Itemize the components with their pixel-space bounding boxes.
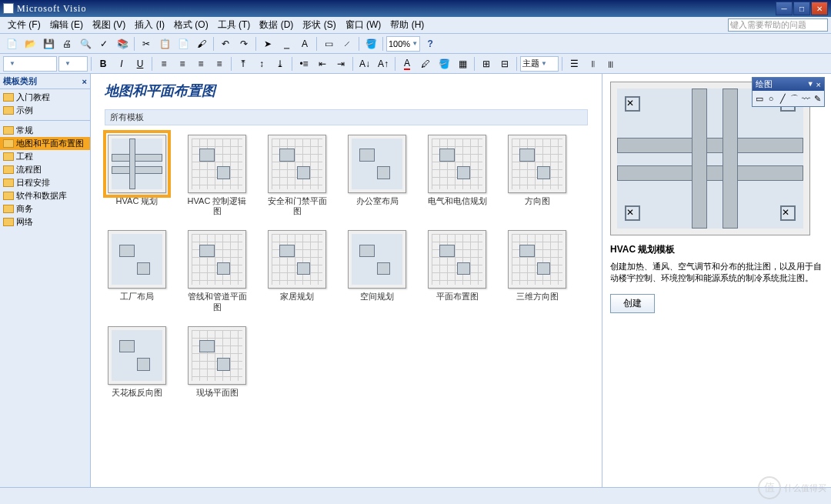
fill-color-button-2[interactable]: 🪣 [436,55,452,72]
connector-tool-button[interactable]: ⎯ [278,35,295,52]
italic-button[interactable]: I [113,55,130,72]
folder-icon [3,192,14,200]
help-button[interactable]: ? [422,35,439,52]
pencil-icon[interactable]: ✎ [812,92,823,105]
template-item-13[interactable]: 现场平面图 [185,326,249,398]
menu-item-8[interactable]: 窗口 (W) [341,17,386,33]
template-item-0[interactable]: HVAC 规划 [105,135,169,216]
drawing-toolbar[interactable]: 绘图 ▼ × ▭ ○ ╱ ⌒ 〰 ✎ [752,77,825,107]
template-item-10[interactable]: 平面布置图 [425,230,489,312]
sidebar-top-item-0[interactable]: 入门教程 [0,91,90,104]
template-item-6[interactable]: 工厂布局 [105,230,169,312]
distribute-button[interactable]: ⫼ [602,55,619,72]
underline-button[interactable]: U [132,55,149,72]
zoom-dropdown[interactable]: 100%▼ [386,36,420,52]
align-right-button[interactable]: ≡ [192,55,209,72]
help-search-input[interactable] [728,18,828,32]
line-color-button[interactable]: 🖊 [417,55,434,72]
close-button[interactable]: ✕ [811,2,828,15]
fill-color-button[interactable]: 🪣 [362,35,379,52]
sidebar-category-7[interactable]: 网络 [0,215,90,229]
sidebar-category-1[interactable]: 地图和平面布置图 [0,137,90,150]
decrease-indent-button[interactable]: ⇤ [314,55,331,72]
align-center-button[interactable]: ≡ [174,55,191,72]
format-painter-button[interactable]: 🖌 [193,35,210,52]
align-middle-button[interactable]: ↕ [253,55,270,72]
pointer-tool-button[interactable]: ➤ [259,35,276,52]
bold-button[interactable]: B [95,55,112,72]
ellipse-icon[interactable]: ○ [766,92,776,105]
align-bottom-button[interactable]: ⤓ [272,55,289,72]
open-button[interactable]: 📂 [22,35,38,52]
template-item-5[interactable]: 方向图 [505,135,569,216]
text-tool-button[interactable]: A [296,35,313,52]
sidebar-category-6[interactable]: 商务 [0,202,90,215]
template-item-7[interactable]: 管线和管道平面图 [185,230,249,312]
freeform-icon[interactable]: 〰 [800,92,811,105]
preview-description: 创建加热、通风、空气调节和分布的批注图，以及用于自动楼宇控制、环境控制和能源系统… [610,261,823,285]
undo-button[interactable]: ↶ [217,35,234,52]
arc-icon[interactable]: ⌒ [789,92,799,105]
ungroup-button[interactable]: ⊟ [496,55,513,72]
sidebar-category-5[interactable]: 软件和数据库 [0,189,90,202]
rectangle-tool-button[interactable]: ▭ [320,35,337,52]
font-color-button[interactable]: A [399,55,416,72]
align-shapes-button[interactable]: ⫴ [584,55,601,72]
menu-item-5[interactable]: 工具 (T) [213,17,255,33]
menu-item-6[interactable]: 数据 (D) [255,17,298,33]
decrease-font-button[interactable]: A↓ [356,55,373,72]
menu-item-7[interactable]: 形状 (S) [298,17,340,33]
drawing-toolbar-options-icon[interactable]: ▼ [807,80,814,89]
font-size-dropdown[interactable]: ▼ [58,56,88,72]
sidebar-category-2[interactable]: 工程 [0,150,90,163]
line-tool-button[interactable]: ⟋ [339,35,355,52]
layers-button[interactable]: ☰ [566,55,582,72]
create-button[interactable]: 创建 [610,294,655,313]
template-item-4[interactable]: 电气和电信规划 [425,135,489,216]
menu-item-2[interactable]: 视图 (V) [88,17,130,33]
group-button[interactable]: ⊞ [478,55,495,72]
minimize-button[interactable]: ─ [776,2,793,15]
align-justify-button[interactable]: ≡ [211,55,228,72]
paste-button[interactable]: 📄 [175,35,192,52]
save-button[interactable]: 💾 [40,35,57,52]
shadow-button[interactable]: ▦ [454,55,471,72]
sidebar-category-4[interactable]: 日程安排 [0,176,90,189]
theme-dropdown[interactable]: 主题▼ [520,56,559,72]
template-item-8[interactable]: 家居规划 [265,230,329,312]
align-left-button[interactable]: ≡ [155,55,172,72]
increase-font-button[interactable]: A↑ [375,55,392,72]
font-dropdown[interactable]: ▼ [3,56,57,72]
sidebar-top-item-1[interactable]: 示例 [0,104,90,117]
template-item-1[interactable]: HVAC 控制逻辑图 [185,135,249,216]
menu-item-1[interactable]: 编辑 (E) [45,17,88,33]
bullets-button[interactable]: •≡ [295,55,312,72]
print-preview-button[interactable]: 🔍 [77,35,94,52]
template-item-12[interactable]: 天花板反向图 [105,326,169,398]
copy-button[interactable]: 📋 [156,35,173,52]
spelling-button[interactable]: ✓ [95,35,112,52]
print-button[interactable]: 🖨 [58,35,75,52]
increase-indent-button[interactable]: ⇥ [332,55,349,72]
template-item-3[interactable]: 办公室布局 [345,135,409,216]
menu-item-9[interactable]: 帮助 (H) [385,17,429,33]
menu-item-3[interactable]: 插入 (I) [130,17,169,33]
rectangle-icon[interactable]: ▭ [754,92,765,105]
drawing-toolbar-close-icon[interactable]: × [816,80,821,89]
align-top-button[interactable]: ⤒ [235,55,252,72]
template-item-2[interactable]: 安全和门禁平面图 [265,135,329,216]
maximize-button[interactable]: □ [793,2,810,15]
menu-item-4[interactable]: 格式 (O) [169,17,213,33]
line-icon[interactable]: ╱ [777,92,788,105]
sidebar-category-0[interactable]: 常规 [0,124,90,137]
research-button[interactable]: 📚 [114,35,131,52]
template-item-11[interactable]: 三维方向图 [505,230,569,312]
cut-button[interactable]: ✂ [138,35,155,52]
sidebar-category-3[interactable]: 流程图 [0,163,90,176]
folder-icon [3,218,14,226]
template-item-9[interactable]: 空间规划 [345,230,409,312]
redo-button[interactable]: ↷ [235,35,252,52]
new-button[interactable]: 📄 [3,35,20,52]
menu-item-0[interactable]: 文件 (F) [3,17,45,33]
sidebar-close-icon[interactable]: × [82,77,87,86]
